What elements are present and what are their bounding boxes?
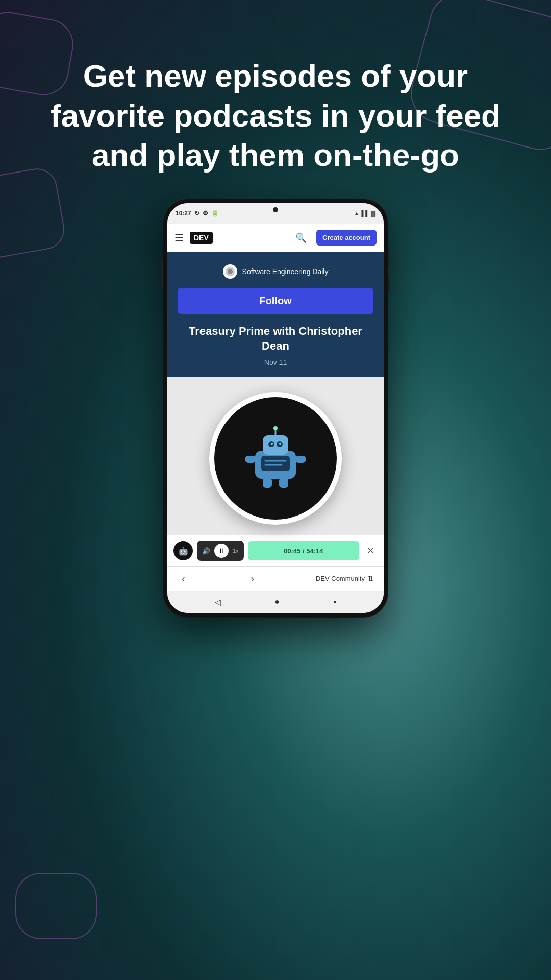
- progress-bar[interactable]: 00:45 / 54:14: [248, 541, 359, 560]
- nav-back-arrow[interactable]: ‹: [178, 571, 189, 586]
- player-thumbnail: 🤖: [173, 541, 193, 560]
- svg-rect-14: [295, 456, 306, 463]
- battery-icon: 🔋: [211, 210, 219, 217]
- community-dropdown-icon: ⇅: [368, 575, 373, 582]
- time-display: 10:27: [176, 210, 191, 217]
- battery-level-icon: ▓: [371, 210, 375, 216]
- nav-community[interactable]: DEV Community ⇅: [316, 575, 373, 582]
- pause-button[interactable]: ⏸: [214, 544, 229, 558]
- follow-button[interactable]: Follow: [178, 288, 373, 314]
- album-outer-circle: [209, 392, 342, 525]
- headline-text: Get new episodes of your favorite podcas…: [26, 56, 525, 175]
- podcast-source-name: Software Engineering Daily: [242, 267, 329, 276]
- podcast-source: Software Engineering Daily: [178, 264, 373, 279]
- status-bar: 10:27 ↻ ⚙ 🔋 ▲ ▌▌ ▓: [167, 203, 384, 224]
- podcast-logo: [240, 423, 311, 494]
- speed-label[interactable]: 1x: [233, 548, 239, 554]
- app-navbar: ☰ DEV 🔍 Create account: [167, 224, 384, 252]
- deco-shape-bottom-left: [15, 873, 97, 939]
- album-inner-circle: [214, 397, 337, 520]
- bottom-nav: ‹ › DEV Community ⇅: [167, 566, 384, 591]
- svg-point-10: [279, 443, 281, 445]
- volume-down-button: [388, 275, 390, 293]
- volume-icon: 🔊: [202, 547, 210, 555]
- podcast-content: Software Engineering Daily Follow Treasu…: [167, 252, 384, 377]
- phone-screen: 10:27 ↻ ⚙ 🔋 ▲ ▌▌ ▓ ☰ DEV 🔍 C: [167, 203, 384, 613]
- time-display: 00:45 / 54:14: [284, 547, 323, 555]
- status-time: 10:27 ↻ ⚙ 🔋: [176, 210, 219, 217]
- volume-up-button: [388, 250, 390, 268]
- player-controls[interactable]: 🔊 ⏸ 1x: [197, 541, 244, 561]
- svg-rect-15: [263, 478, 272, 488]
- svg-point-1: [228, 269, 233, 274]
- settings-icon: ⚙: [203, 210, 208, 217]
- power-button: [161, 260, 163, 288]
- svg-rect-13: [245, 456, 256, 463]
- wifi-icon: ▲: [354, 210, 359, 216]
- podcast-avatar: [223, 264, 237, 279]
- hamburger-icon[interactable]: ☰: [174, 232, 184, 244]
- rotate-icon: ↻: [194, 210, 199, 217]
- close-player-button[interactable]: ✕: [363, 544, 378, 558]
- create-account-button[interactable]: Create account: [316, 230, 377, 246]
- android-nav-bar: ◁ ● ▪: [167, 591, 384, 613]
- signal-icon: ▌▌: [361, 210, 369, 216]
- android-recents-button[interactable]: ▪: [334, 597, 337, 606]
- player-bar: 🤖 🔊 ⏸ 1x 00:45 / 54:14 ✕: [167, 535, 384, 566]
- dev-logo[interactable]: DEV: [190, 232, 213, 244]
- community-label: DEV Community: [316, 575, 365, 582]
- player-thumb-icon: 🤖: [178, 546, 188, 556]
- episode-title: Treasury Prime with Christopher Dean: [178, 324, 373, 353]
- phone-frame: 10:27 ↻ ⚙ 🔋 ▲ ▌▌ ▓ ☰ DEV 🔍 C: [163, 199, 388, 617]
- search-button[interactable]: 🔍: [292, 229, 310, 247]
- camera: [273, 207, 278, 212]
- episode-date: Nov 11: [178, 358, 373, 377]
- svg-point-9: [271, 443, 273, 445]
- android-home-button[interactable]: ●: [274, 597, 280, 606]
- phone-mockup: 10:27 ↻ ⚙ 🔋 ▲ ▌▌ ▓ ☰ DEV 🔍 C: [163, 199, 388, 617]
- svg-rect-3: [261, 456, 290, 471]
- album-art-area: [167, 377, 384, 535]
- android-back-button[interactable]: ◁: [215, 597, 221, 607]
- search-icon: 🔍: [295, 232, 307, 243]
- status-right: ▲ ▌▌ ▓: [354, 210, 375, 216]
- svg-rect-16: [279, 478, 288, 488]
- nav-forward-arrow[interactable]: ›: [246, 571, 258, 586]
- svg-point-12: [273, 426, 278, 430]
- svg-rect-6: [263, 435, 288, 455]
